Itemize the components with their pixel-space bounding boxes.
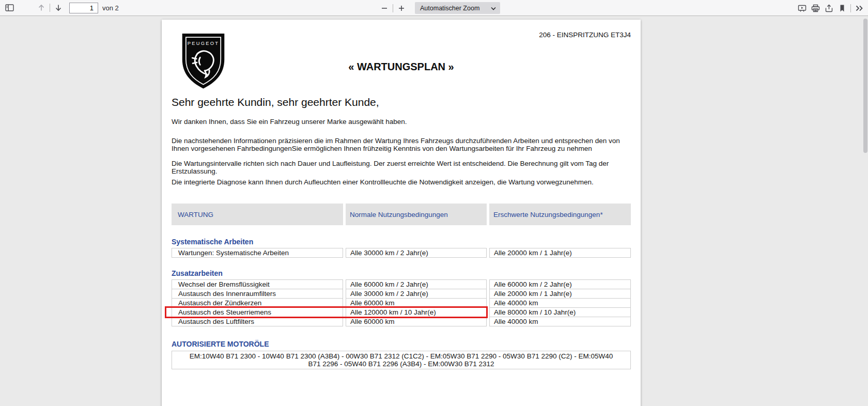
task-cell: Austausch der Zündkerzen bbox=[172, 298, 343, 308]
section-title-systematische: Systematische Arbeiten bbox=[172, 238, 631, 246]
severe-interval-cell: Alle 80000 km / 10 Jahr(e) bbox=[489, 307, 631, 317]
table-row-highlighted: Austausch des Steuerriemens Alle 120000 … bbox=[172, 307, 631, 317]
task-cell: Wechsel der Bremsflüssigkeit bbox=[172, 279, 343, 289]
print-button[interactable] bbox=[809, 2, 822, 15]
sidebar-toggle-icon bbox=[5, 4, 14, 12]
table-row: Austausch der Zündkerzen Alle 60000 km A… bbox=[172, 298, 631, 308]
table-header-normal: Normale Nutzungsbedingungen bbox=[346, 204, 487, 225]
table-row: Austausch des Innenraumfilters Alle 3000… bbox=[172, 289, 631, 299]
document-page: 206 - EINSPRITZUNG ET3J4 PEUGEOT « WARTU… bbox=[162, 20, 641, 406]
greeting-heading: Sehr geehrte Kundin, sehr geehrter Kunde… bbox=[172, 96, 631, 108]
normal-interval-cell: Alle 60000 km bbox=[346, 298, 487, 308]
zoom-select-label: Automatischer Zoom bbox=[420, 5, 479, 12]
document-header-reference: 206 - EINSPRITZUNG ET3J4 bbox=[172, 31, 631, 39]
intro-paragraph: Wir danken Ihnen, dass Sie ein Fahrzeug … bbox=[172, 118, 631, 126]
normal-interval-cell: Alle 60000 km bbox=[346, 317, 487, 326]
current-view-icon bbox=[839, 4, 846, 12]
page-count-label: von 2 bbox=[102, 4, 119, 12]
task-cell: Austausch des Steuerriemens bbox=[172, 307, 343, 317]
severe-interval-cell: Alle 20000 km / 1 Jahr(e) bbox=[489, 248, 631, 258]
severe-interval-cell: Alle 40000 km bbox=[489, 317, 631, 326]
zoom-in-icon bbox=[398, 5, 405, 12]
oils-section-title: AUTORISIERTE MOTORÖLE bbox=[172, 340, 631, 348]
severe-interval-cell: Alle 60000 km / 2 Jahr(e) bbox=[489, 279, 631, 289]
print-icon bbox=[811, 4, 820, 12]
page-title: « WARTUNGSPLAN » bbox=[172, 61, 631, 73]
pdf-toolbar: von 2 Automatischer Zoom bbox=[0, 0, 868, 16]
pdf-viewer-area: 206 - EINSPRITZUNG ET3J4 PEUGEOT « WARTU… bbox=[0, 16, 868, 406]
severe-interval-cell: Alle 20000 km / 1 Jahr(e) bbox=[489, 289, 631, 299]
logo-wordmark: PEUGEOT bbox=[188, 41, 220, 46]
sidebar-toggle-button[interactable] bbox=[3, 1, 16, 14]
chevron-down-icon bbox=[479, 5, 496, 12]
task-cell: Wartungen: Systematische Arbeiten bbox=[172, 248, 343, 258]
zoom-out-button[interactable] bbox=[378, 2, 391, 15]
normal-interval-cell: Alle 60000 km / 2 Jahr(e) bbox=[346, 279, 487, 289]
intervals-paragraph: Die Wartungsintervalle richten sich nach… bbox=[172, 160, 631, 175]
normal-interval-cell: Alle 30000 km / 2 Jahr(e) bbox=[346, 248, 487, 258]
severe-interval-cell: Alle 40000 km bbox=[489, 298, 631, 308]
table-header-erschwert: Erschwerte Nutzungsbedingungen* bbox=[489, 204, 631, 225]
tools-menu-button[interactable] bbox=[853, 2, 866, 15]
page-number-input[interactable] bbox=[69, 3, 98, 13]
next-page-button[interactable] bbox=[52, 1, 65, 14]
section-title-zusatzarbeiten: Zusatzarbeiten bbox=[172, 269, 631, 277]
info-paragraph: Die nachstehenden Informationen präzisie… bbox=[172, 137, 631, 152]
zoom-out-icon bbox=[381, 5, 388, 12]
toolbar-divider bbox=[393, 4, 393, 12]
double-chevron-icon bbox=[855, 5, 863, 12]
normal-interval-cell: Alle 120000 km / 10 Jahr(e) bbox=[346, 307, 487, 317]
arrow-down-icon bbox=[54, 4, 63, 12]
peugeot-logo: PEUGEOT bbox=[176, 30, 231, 92]
arrow-up-icon bbox=[37, 4, 45, 12]
current-view-button[interactable] bbox=[835, 2, 849, 15]
oils-list: EM:10W40 B71 2300 - 10W40 B71 2300 (A3B4… bbox=[172, 351, 631, 369]
diagnosis-paragraph: Die integrierte Diagnose kann Ihnen durc… bbox=[172, 178, 631, 186]
table-header-wartung: WARTUNG bbox=[172, 204, 343, 225]
toolbar-divider bbox=[50, 4, 50, 12]
table-row: Austausch des Luftfilters Alle 60000 km … bbox=[172, 317, 631, 326]
table-header-row: WARTUNG Normale Nutzungsbedingungen Ersc… bbox=[172, 204, 631, 225]
task-cell: Austausch des Innenraumfilters bbox=[172, 289, 343, 299]
previous-page-button[interactable] bbox=[35, 1, 48, 14]
task-cell: Austausch des Luftfilters bbox=[172, 317, 343, 326]
vertical-scrollbar[interactable] bbox=[863, 19, 867, 153]
toolbar-divider bbox=[850, 4, 851, 12]
table-row: Wechsel der Bremsflüssigkeit Alle 60000 … bbox=[172, 279, 631, 289]
save-icon bbox=[825, 4, 833, 12]
table-row: Wartungen: Systematische Arbeiten Alle 3… bbox=[172, 248, 631, 258]
zoom-in-button[interactable] bbox=[395, 2, 408, 15]
save-button[interactable] bbox=[822, 2, 835, 15]
presentation-mode-icon bbox=[798, 4, 807, 12]
normal-interval-cell: Alle 30000 km / 2 Jahr(e) bbox=[346, 289, 487, 299]
presentation-mode-button[interactable] bbox=[795, 2, 809, 15]
zoom-select[interactable]: Automatischer Zoom bbox=[415, 2, 500, 14]
